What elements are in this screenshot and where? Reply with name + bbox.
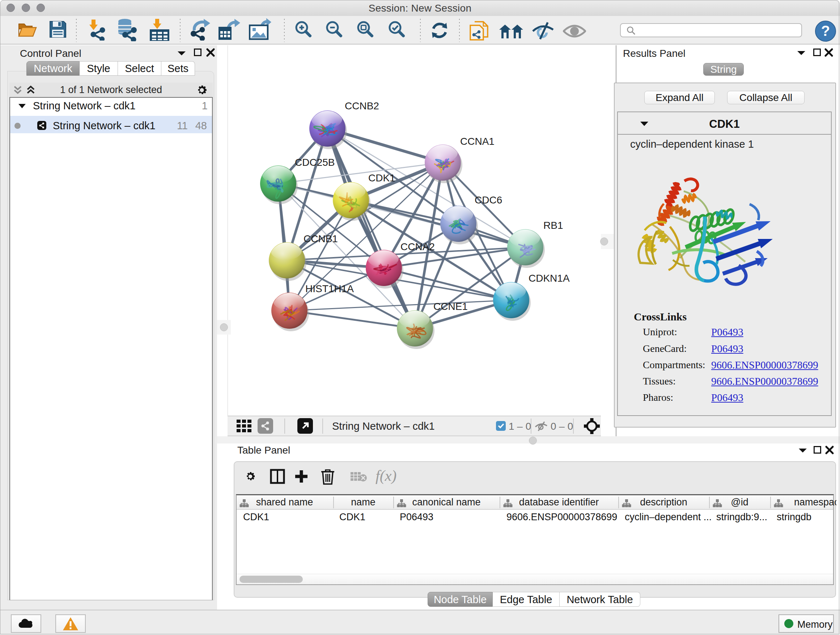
svg-text:CCNB2: CCNB2 [345,100,379,111]
svg-text:CDK1: CDK1 [368,172,395,184]
svg-text:?: ? [821,23,830,39]
svg-text:HIST1H1A: HIST1H1A [305,283,354,295]
svg-text:RB1: RB1 [543,220,563,231]
svg-text:CDKN1A: CDKN1A [529,272,570,284]
svg-text:CCNE1: CCNE1 [433,301,468,312]
svg-text:CDC6: CDC6 [475,195,502,206]
svg-text:CCNB1: CCNB1 [303,233,338,244]
svg-text:CCNA1: CCNA1 [460,136,494,147]
svg-text:CDC25B: CDC25B [295,157,335,168]
svg-text:CCNA2: CCNA2 [401,241,435,252]
